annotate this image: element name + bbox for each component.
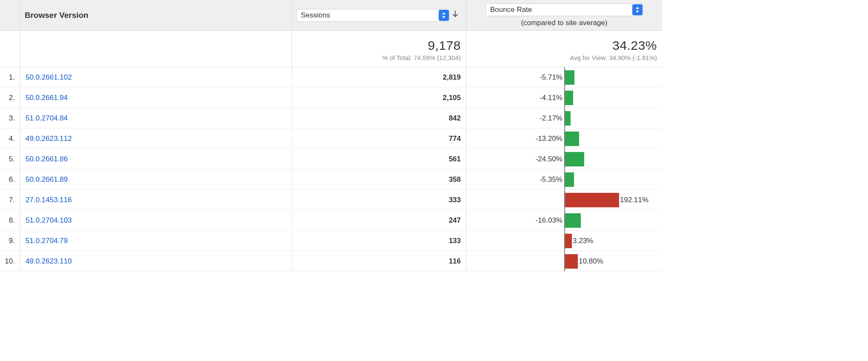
comparison-bar-negative <box>565 213 581 228</box>
comparison-delta-label: 192.11% <box>620 196 648 204</box>
comparison-bar-negative <box>565 152 584 166</box>
summary-rank-cell <box>0 31 20 67</box>
summary-sessions-cell: 9,178 % of Total: 74.59% (12,304) <box>292 31 466 67</box>
row-version-cell: 50.0.2661.89 <box>20 169 292 190</box>
comparison-delta-label: -2.17% <box>540 114 562 123</box>
row-sessions: 116 <box>292 251 466 272</box>
row-version-cell: 51.0.2704.103 <box>20 210 292 231</box>
summary-comparison-cell: 34.23% Avg for View: 34.90% (-1.91%) <box>466 31 662 67</box>
row-version-cell: 49.0.2623.112 <box>20 129 292 149</box>
row-comparison: -16.03% <box>466 210 662 231</box>
browser-version-link[interactable]: 27.0.1453.116 <box>26 196 72 204</box>
comparison-bar-negative <box>565 91 573 105</box>
row-comparison: -13.20% <box>466 129 662 149</box>
summary-comparison-note: Avg for View: 34.90% (-1.91%) <box>471 54 657 61</box>
row-version-cell: 50.0.2661.102 <box>20 67 292 88</box>
metric-select[interactable]: Sessions <box>296 9 449 22</box>
comparison-delta-label: -13.20% <box>536 135 562 143</box>
browser-version-link[interactable]: 51.0.2704.79 <box>26 237 68 245</box>
row-version-cell: 51.0.2704.84 <box>20 108 292 129</box>
comparison-delta-label: -5.71% <box>540 73 562 82</box>
browser-version-link[interactable]: 50.0.2661.86 <box>26 155 68 163</box>
comparison-delta-label: 10.80% <box>579 257 603 266</box>
row-version-cell: 51.0.2704.79 <box>20 231 292 251</box>
row-rank: 2. <box>0 88 20 108</box>
header-metric-cell: Sessions <box>292 0 466 31</box>
browser-version-link[interactable]: 50.0.2661.89 <box>26 175 68 184</box>
chevron-updown-icon <box>632 4 642 15</box>
comparison-delta-label: -16.03% <box>536 216 562 225</box>
row-comparison: 192.11% <box>466 190 662 210</box>
row-version-cell: 50.0.2661.94 <box>20 88 292 108</box>
row-comparison: 10.80% <box>466 251 662 272</box>
row-rank: 10. <box>0 251 20 272</box>
summary-sessions-total: 9,178 <box>297 38 461 52</box>
row-rank: 6. <box>0 169 20 190</box>
comparison-bar-negative <box>565 111 571 126</box>
row-rank: 4. <box>0 129 20 149</box>
summary-sessions-note: % of Total: 74.59% (12,304) <box>297 54 461 61</box>
browser-version-link[interactable]: 50.0.2661.94 <box>26 94 68 102</box>
row-sessions: 842 <box>292 108 466 129</box>
row-version-cell: 49.0.2623.110 <box>20 251 292 272</box>
row-sessions: 2,105 <box>292 88 466 108</box>
row-comparison: -2.17% <box>466 108 662 129</box>
row-rank: 9. <box>0 231 20 251</box>
comparison-bar-negative <box>565 172 574 187</box>
browser-version-link[interactable]: 50.0.2661.102 <box>26 73 72 82</box>
row-comparison: -4.11% <box>466 88 662 108</box>
comparison-delta-label: -4.11% <box>540 94 562 102</box>
row-sessions: 133 <box>292 231 466 251</box>
comparison-bar-positive <box>565 234 572 248</box>
comparison-bar-negative <box>565 132 579 146</box>
row-version-cell: 27.0.1453.116 <box>20 190 292 210</box>
comparison-select[interactable]: Bounce Rate <box>485 3 643 16</box>
comparison-delta-label: 3.23% <box>573 237 593 245</box>
row-version-cell: 50.0.2661.86 <box>20 149 292 169</box>
comparison-bar-positive <box>565 193 619 207</box>
comparison-subtext: (compared to site average) <box>521 19 607 27</box>
row-rank: 8. <box>0 210 20 231</box>
sort-descending-icon[interactable] <box>452 10 459 20</box>
browser-version-link[interactable]: 51.0.2704.103 <box>26 216 72 225</box>
comparison-select-value: Bounce Rate <box>490 6 532 14</box>
header-browser-version[interactable]: Browser Version <box>20 0 292 31</box>
browser-version-link[interactable]: 51.0.2704.84 <box>26 114 68 123</box>
metric-select-value: Sessions <box>301 11 330 20</box>
row-sessions: 333 <box>292 190 466 210</box>
row-sessions: 774 <box>292 129 466 149</box>
comparison-bar-negative <box>565 70 574 85</box>
row-sessions: 2,819 <box>292 67 466 88</box>
browser-version-label: Browser Version <box>25 11 89 20</box>
row-comparison: -5.71% <box>466 67 662 88</box>
row-comparison: 3.23% <box>466 231 662 251</box>
browser-version-link[interactable]: 49.0.2623.110 <box>26 257 72 266</box>
row-sessions: 561 <box>292 149 466 169</box>
row-comparison: -5.35% <box>466 169 662 190</box>
header-rank-cell <box>0 0 20 31</box>
comparison-bar-positive <box>565 254 578 269</box>
row-sessions: 247 <box>292 210 466 231</box>
summary-comparison-total: 34.23% <box>471 38 657 52</box>
row-rank: 1. <box>0 67 20 88</box>
row-sessions: 358 <box>292 169 466 190</box>
row-rank: 5. <box>0 149 20 169</box>
row-comparison: -24.50% <box>466 149 662 169</box>
browser-version-link[interactable]: 49.0.2623.112 <box>26 135 72 143</box>
row-rank: 7. <box>0 190 20 210</box>
comparison-delta-label: -5.35% <box>540 175 562 184</box>
chevron-updown-icon <box>439 10 449 21</box>
summary-browser-cell <box>20 31 292 67</box>
report-table: Browser Version Sessions Bounce Rate <box>0 0 868 272</box>
header-comparison-cell: Bounce Rate (compared to site average) <box>466 0 662 31</box>
comparison-delta-label: -24.50% <box>536 155 562 163</box>
row-rank: 3. <box>0 108 20 129</box>
